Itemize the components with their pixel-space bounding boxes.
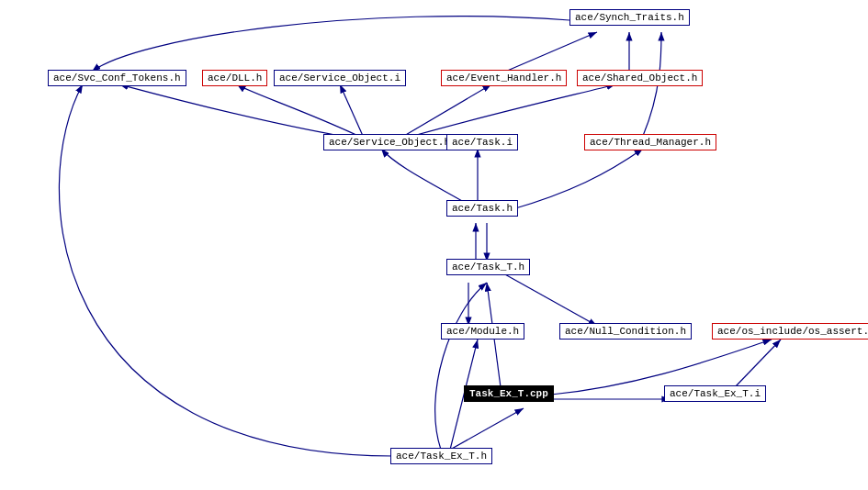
node-task-ex-t-i: ace/Task_Ex_T.i (664, 385, 766, 402)
node-service-object-h: ace/Service_Object.h (323, 134, 456, 150)
node-service-object-i: ace/Service_Object.i (274, 70, 406, 86)
node-os-assert: ace/os_include/os_assert.h (712, 323, 868, 340)
node-task-h: ace/Task.h (446, 200, 518, 217)
node-module-h: ace/Module.h (441, 323, 524, 340)
node-thread-manager: ace/Thread_Manager.h (584, 134, 716, 150)
node-shared-object: ace/Shared_Object.h (577, 70, 703, 86)
node-task-i: ace/Task.i (446, 134, 518, 150)
node-null-condition: ace/Null_Condition.h (559, 323, 692, 340)
node-task-ex-t-cpp: Task_Ex_T.cpp (464, 385, 554, 402)
graph-container: ace/Synch_Traits.h ace/Svc_Conf_Tokens.h… (0, 0, 868, 490)
node-task-t-h: ace/Task_T.h (446, 259, 530, 275)
node-task-ex-t-h: ace/Task_Ex_T.h (390, 448, 492, 464)
node-svc-conf-tokens: ace/Svc_Conf_Tokens.h (48, 70, 186, 86)
node-dll: ace/DLL.h (202, 70, 267, 86)
node-synch-traits: ace/Synch_Traits.h (569, 9, 690, 26)
node-event-handler: ace/Event_Handler.h (441, 70, 567, 86)
